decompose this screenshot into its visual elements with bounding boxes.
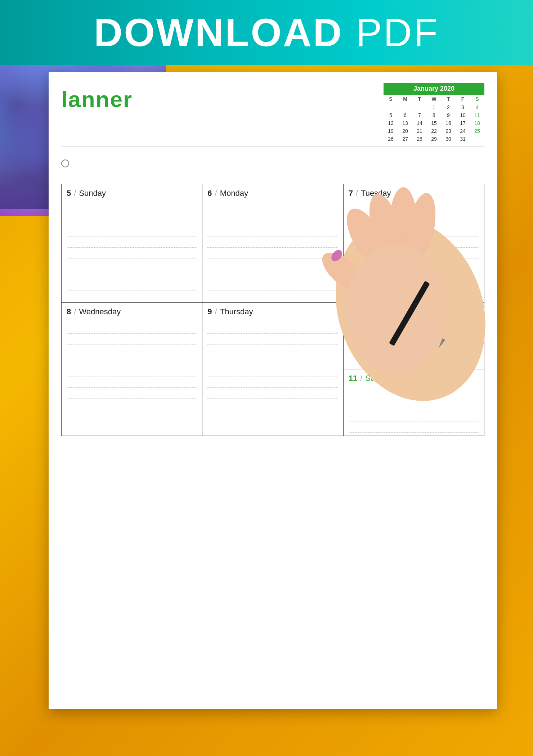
day-monday: 6 / Monday [202,184,343,303]
line [207,204,338,215]
note-line [73,158,484,168]
cal-day: 10 [456,111,470,119]
cal-header-tue: T [412,95,427,103]
thursday-name: Thursday [220,307,253,316]
line [67,237,197,248]
checkbox-circle[interactable] [61,159,69,167]
line [349,355,479,366]
planner-title: lanner [61,83,133,112]
cal-day-sat: 25 [470,127,484,135]
line [207,409,338,420]
cal-day-sat: 18 [470,119,484,127]
cal-week-5: 26 27 28 29 30 31 [384,135,484,143]
line [207,237,338,248]
cal-day: 28 [412,135,427,143]
line [207,269,338,280]
line [349,269,479,280]
line [67,226,197,237]
saturday-header: 11 / Saturday [349,374,479,385]
week-row-1: 5 / Sunday 6 / [61,184,484,303]
sunday-slash: / [74,189,76,198]
cal-day: 3 [456,103,470,111]
line [349,334,479,345]
line [349,422,479,433]
sunday-number: 5 [67,189,71,198]
tuesday-name: Tuesday [361,189,391,198]
line [207,215,338,226]
line [207,226,338,237]
line [207,258,338,269]
line [67,377,197,388]
cal-header-fri: F [456,95,470,103]
cal-day-sat: 4 [470,103,484,111]
line [67,409,197,420]
cal-header-thu: T [441,95,456,103]
friday-slash: / [360,307,362,316]
wednesday-lines [67,323,197,420]
cal-week-4: 19 20 21 22 23 24 25 [384,127,484,135]
line [207,388,338,399]
calendar-grid: S M T W T F S 1 2 [384,95,484,143]
cal-week-3: 12 13 14 15 16 17 18 [384,119,484,127]
cal-header-sat: S [470,95,484,103]
cal-day: 13 [398,119,412,127]
cal-day: 30 [441,135,456,143]
week-row-2: 8 / Wednesday [61,303,484,436]
line [349,237,479,248]
tuesday-lines [349,204,479,291]
saturday-lines [349,390,479,433]
monday-lines [207,204,338,291]
line [349,280,479,291]
planner-page: lanner January 2020 S M T W T F S [49,72,497,709]
friday-number: 10 [349,307,357,316]
cal-day: 14 [412,119,427,127]
sunday-lines [67,204,197,291]
line [349,400,479,411]
line [67,269,197,280]
cal-day [412,103,427,111]
wednesday-header: 8 / Wednesday [67,307,197,319]
cal-day: 24 [456,127,470,135]
cal-header-sun: S [384,95,398,103]
line [349,204,479,215]
friday-saturday-column: 10 / F 11 / Satu [344,303,484,436]
cal-header-wed: W [427,95,441,103]
wednesday-number: 8 [67,307,71,316]
thursday-lines [207,323,338,420]
cal-day: 23 [441,127,456,135]
wednesday-name: Wednesday [79,307,121,316]
cal-day: 29 [427,135,441,143]
friday-lines [349,323,479,366]
line [207,280,338,291]
cal-week-2: 5 6 7 8 9 10 11 [384,111,484,119]
line [349,226,479,237]
header-title: DOWNLOAD PDF [94,13,439,52]
day-sunday: 5 / Sunday [62,184,202,303]
note-lines [73,158,484,178]
line [67,248,197,258]
line [349,215,479,226]
line [207,323,338,334]
cal-day: 20 [398,127,412,135]
cal-day: 19 [384,127,398,135]
day-wednesday: 8 / Wednesday [62,303,202,436]
saturday-name: Saturday [365,374,397,383]
line [67,388,197,399]
line [349,323,479,334]
tuesday-slash: / [356,189,358,198]
monday-slash: / [215,189,217,198]
download-bold: DOWNLOAD [94,10,343,54]
cal-day: 6 [398,111,412,119]
sunday-header: 5 / Sunday [67,189,197,200]
cal-day: 9 [441,111,456,119]
cal-day: 31 [456,135,470,143]
cal-day: 22 [427,127,441,135]
cal-day: 21 [412,127,427,135]
cal-header-mon: M [398,95,412,103]
cal-day [384,103,398,111]
line [207,248,338,258]
line [67,258,197,269]
line [349,248,479,258]
cal-day: 27 [398,135,412,143]
line [67,345,197,355]
